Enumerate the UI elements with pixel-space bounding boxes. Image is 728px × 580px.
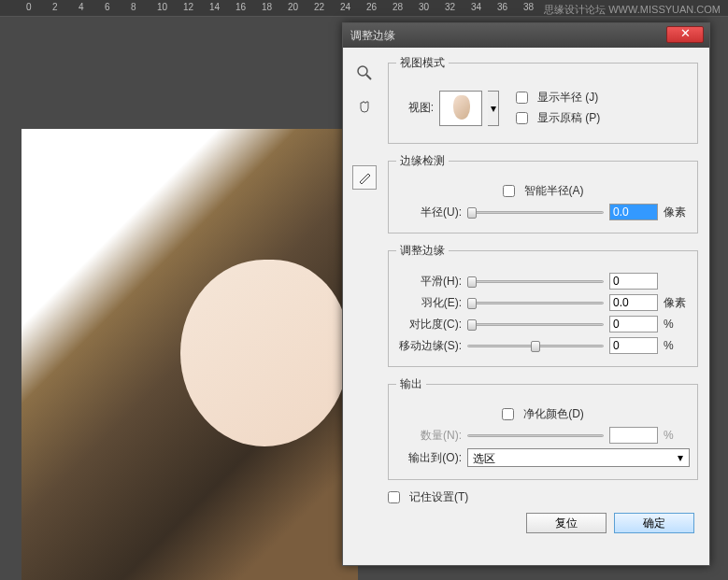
smooth-input[interactable]: [609, 273, 658, 290]
canvas-image: [21, 129, 358, 580]
refine-edge-dialog: 调整边缘 ✕ 视图模式 视图: ▾ 显示半径 (J) 显示原稿 (P) 边缘检测…: [342, 22, 710, 566]
contrast-label: 对比度(C):: [396, 317, 462, 332]
amount-unit: %: [664, 429, 690, 442]
feather-unit: 像素: [664, 295, 690, 311]
radius-unit: 像素: [664, 205, 690, 220]
dialog-titlebar[interactable]: 调整边缘 ✕: [343, 23, 709, 48]
output-to-select[interactable]: 选区: [467, 448, 690, 467]
radius-label: 半径(U):: [396, 205, 462, 220]
feather-label: 羽化(E):: [396, 295, 462, 311]
close-button[interactable]: ✕: [666, 26, 704, 43]
edge-detection-legend: 边缘检测: [396, 153, 449, 169]
contrast-unit: %: [664, 318, 690, 331]
smooth-slider[interactable]: [467, 274, 604, 289]
show-original-checkbox[interactable]: [516, 112, 528, 124]
shift-edge-label: 移动边缘(S):: [396, 338, 462, 354]
svg-point-0: [358, 66, 367, 76]
adjust-edge-group: 调整边缘 平滑(H): 羽化(E): 像素 对比度(C): % 移动边缘(S):: [388, 243, 698, 367]
output-legend: 输出: [396, 376, 426, 392]
amount-slider: [467, 428, 604, 443]
smart-radius-checkbox[interactable]: [503, 185, 515, 197]
view-mode-legend: 视图模式: [396, 55, 449, 71]
show-radius-label: 显示半径 (J): [537, 90, 598, 106]
contrast-slider[interactable]: [467, 317, 604, 332]
watermark-text: 思缘设计论坛 WWW.MISSYUAN.COM: [544, 3, 721, 17]
smart-radius-label: 智能半径(A): [524, 183, 584, 199]
remember-settings-checkbox[interactable]: [388, 491, 400, 503]
radius-slider[interactable]: [467, 205, 604, 219]
reset-button[interactable]: 复位: [526, 513, 607, 533]
amount-input: [609, 427, 658, 444]
hand-tool-icon[interactable]: [352, 94, 377, 119]
view-mode-group: 视图模式 视图: ▾ 显示半径 (J) 显示原稿 (P): [388, 55, 698, 144]
remember-settings-label: 记住设置(T): [409, 489, 468, 505]
contrast-input[interactable]: [609, 316, 658, 332]
adjust-edge-legend: 调整边缘: [396, 243, 449, 259]
shift-edge-input[interactable]: [609, 337, 658, 354]
view-dropdown-icon[interactable]: ▾: [488, 91, 499, 126]
radius-input[interactable]: [609, 204, 658, 220]
shift-edge-unit: %: [664, 339, 690, 352]
amount-label: 数量(N):: [396, 428, 462, 444]
show-original-label: 显示原稿 (P): [537, 110, 600, 126]
decontaminate-checkbox[interactable]: [502, 408, 514, 420]
dialog-title-text: 调整边缘: [350, 29, 395, 42]
show-radius-checkbox[interactable]: [516, 92, 528, 104]
output-to-label: 输出到(O):: [396, 450, 462, 466]
feather-input[interactable]: [609, 294, 658, 311]
feather-slider[interactable]: [467, 295, 604, 310]
svg-line-1: [366, 75, 371, 79]
shift-edge-slider[interactable]: [467, 338, 604, 353]
smooth-label: 平滑(H):: [396, 274, 462, 290]
canvas-area[interactable]: [21, 129, 358, 580]
edge-detection-group: 边缘检测 智能半径(A) 半径(U): 像素: [388, 153, 698, 233]
view-label: 视图:: [396, 100, 434, 116]
view-thumbnail[interactable]: [439, 91, 482, 126]
decontaminate-label: 净化颜色(D): [523, 406, 584, 422]
refine-brush-tool-icon[interactable]: [352, 165, 377, 190]
ok-button[interactable]: 确定: [614, 513, 694, 533]
zoom-tool-icon[interactable]: [352, 61, 377, 85]
output-group: 输出 净化颜色(D) 数量(N): % 输出到(O): 选区: [388, 376, 698, 480]
